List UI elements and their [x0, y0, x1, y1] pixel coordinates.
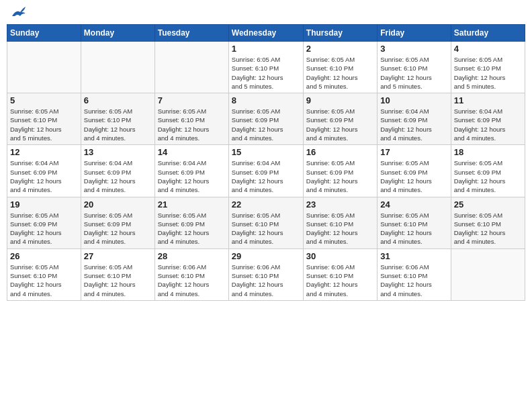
day-number: 18 — [454, 147, 522, 157]
day-info: Sunrise: 6:05 AM Sunset: 6:09 PM Dayligh… — [306, 158, 374, 194]
calendar-header-row: SundayMondayTuesdayWednesdayThursdayFrid… — [7, 25, 525, 42]
day-number: 16 — [306, 147, 374, 157]
calendar-week-row: 19Sunrise: 6:05 AM Sunset: 6:09 PM Dayli… — [7, 197, 525, 248]
day-info: Sunrise: 6:05 AM Sunset: 6:10 PM Dayligh… — [232, 211, 300, 246]
calendar-cell: 18Sunrise: 6:05 AM Sunset: 6:09 PM Dayli… — [451, 145, 525, 197]
day-info: Sunrise: 6:05 AM Sunset: 6:10 PM Dayligh… — [84, 263, 152, 298]
day-info: Sunrise: 6:05 AM Sunset: 6:09 PM Dayligh… — [158, 211, 226, 246]
calendar-cell: 1Sunrise: 6:05 AM Sunset: 6:10 PM Daylig… — [228, 42, 303, 93]
day-info: Sunrise: 6:05 AM Sunset: 6:10 PM Dayligh… — [306, 55, 374, 91]
calendar-cell: 4Sunrise: 6:05 AM Sunset: 6:10 PM Daylig… — [451, 42, 525, 93]
calendar-cell: 21Sunrise: 6:05 AM Sunset: 6:09 PM Dayli… — [154, 197, 228, 248]
day-number: 3 — [380, 44, 447, 54]
day-info: Sunrise: 6:05 AM Sunset: 6:10 PM Dayligh… — [454, 211, 522, 246]
calendar-cell: 5Sunrise: 6:05 AM Sunset: 6:10 PM Daylig… — [7, 93, 81, 145]
day-info: Sunrise: 6:04 AM Sunset: 6:09 PM Dayligh… — [84, 158, 152, 194]
calendar-cell — [7, 42, 81, 93]
day-number: 19 — [10, 199, 78, 210]
day-info: Sunrise: 6:05 AM Sunset: 6:09 PM Dayligh… — [10, 211, 78, 246]
day-info: Sunrise: 6:04 AM Sunset: 6:09 PM Dayligh… — [158, 158, 226, 194]
calendar-week-row: 26Sunrise: 6:05 AM Sunset: 6:10 PM Dayli… — [7, 248, 525, 300]
calendar-cell: 11Sunrise: 6:04 AM Sunset: 6:09 PM Dayli… — [451, 93, 525, 145]
day-number: 24 — [380, 199, 447, 210]
calendar-cell: 28Sunrise: 6:06 AM Sunset: 6:10 PM Dayli… — [154, 248, 228, 300]
day-number: 15 — [232, 147, 300, 157]
calendar-week-row: 1Sunrise: 6:05 AM Sunset: 6:10 PM Daylig… — [7, 42, 525, 93]
day-info: Sunrise: 6:05 AM Sunset: 6:09 PM Dayligh… — [306, 107, 374, 142]
calendar-cell: 15Sunrise: 6:04 AM Sunset: 6:09 PM Dayli… — [228, 145, 303, 197]
calendar-week-row: 5Sunrise: 6:05 AM Sunset: 6:10 PM Daylig… — [7, 93, 525, 145]
calendar-table: SundayMondayTuesdayWednesdayThursdayFrid… — [7, 24, 525, 301]
day-number: 25 — [454, 199, 522, 210]
calendar-cell: 8Sunrise: 6:05 AM Sunset: 6:09 PM Daylig… — [228, 93, 303, 145]
calendar-cell: 13Sunrise: 6:04 AM Sunset: 6:09 PM Dayli… — [81, 145, 154, 197]
day-number: 9 — [306, 95, 374, 105]
day-info: Sunrise: 6:05 AM Sunset: 6:10 PM Dayligh… — [10, 107, 78, 142]
day-info: Sunrise: 6:05 AM Sunset: 6:10 PM Dayligh… — [232, 55, 300, 91]
calendar-cell: 25Sunrise: 6:05 AM Sunset: 6:10 PM Dayli… — [451, 197, 525, 248]
day-number: 12 — [10, 147, 78, 157]
calendar-cell — [154, 42, 228, 93]
weekday-header: Tuesday — [154, 25, 228, 42]
day-info: Sunrise: 6:05 AM Sunset: 6:10 PM Dayligh… — [380, 211, 447, 246]
day-number: 7 — [158, 95, 226, 105]
calendar-cell: 27Sunrise: 6:05 AM Sunset: 6:10 PM Dayli… — [81, 248, 154, 300]
day-number: 4 — [454, 44, 522, 54]
logo — [9, 7, 26, 19]
weekday-header: Friday — [378, 25, 451, 42]
day-info: Sunrise: 6:05 AM Sunset: 6:10 PM Dayligh… — [306, 211, 374, 246]
day-number: 31 — [380, 251, 447, 261]
day-number: 5 — [10, 95, 78, 105]
calendar-cell: 29Sunrise: 6:06 AM Sunset: 6:10 PM Dayli… — [228, 248, 303, 300]
day-number: 13 — [84, 147, 152, 157]
day-number: 28 — [158, 251, 226, 261]
day-info: Sunrise: 6:06 AM Sunset: 6:10 PM Dayligh… — [380, 263, 447, 298]
calendar-cell — [81, 42, 154, 93]
page-header — [7, 7, 525, 19]
day-info: Sunrise: 6:05 AM Sunset: 6:10 PM Dayligh… — [454, 55, 522, 91]
day-number: 29 — [232, 251, 300, 261]
calendar-cell — [451, 248, 525, 300]
day-info: Sunrise: 6:04 AM Sunset: 6:09 PM Dayligh… — [380, 107, 447, 142]
calendar-cell: 30Sunrise: 6:06 AM Sunset: 6:10 PM Dayli… — [303, 248, 377, 300]
day-number: 17 — [380, 147, 447, 157]
calendar-week-row: 12Sunrise: 6:04 AM Sunset: 6:09 PM Dayli… — [7, 145, 525, 197]
day-info: Sunrise: 6:05 AM Sunset: 6:10 PM Dayligh… — [10, 263, 78, 298]
day-info: Sunrise: 6:05 AM Sunset: 6:10 PM Dayligh… — [158, 107, 226, 142]
calendar-cell: 16Sunrise: 6:05 AM Sunset: 6:09 PM Dayli… — [303, 145, 377, 197]
calendar-cell: 19Sunrise: 6:05 AM Sunset: 6:09 PM Dayli… — [7, 197, 81, 248]
day-number: 14 — [158, 147, 226, 157]
day-number: 6 — [84, 95, 152, 105]
calendar-cell: 14Sunrise: 6:04 AM Sunset: 6:09 PM Dayli… — [154, 145, 228, 197]
day-info: Sunrise: 6:05 AM Sunset: 6:09 PM Dayligh… — [454, 158, 522, 194]
calendar-cell: 22Sunrise: 6:05 AM Sunset: 6:10 PM Dayli… — [228, 197, 303, 248]
day-number: 26 — [10, 251, 78, 261]
day-info: Sunrise: 6:05 AM Sunset: 6:09 PM Dayligh… — [380, 158, 447, 194]
day-number: 10 — [380, 95, 447, 105]
calendar-cell: 10Sunrise: 6:04 AM Sunset: 6:09 PM Dayli… — [378, 93, 451, 145]
calendar-cell: 6Sunrise: 6:05 AM Sunset: 6:10 PM Daylig… — [81, 93, 154, 145]
day-number: 8 — [232, 95, 300, 105]
weekday-header: Sunday — [7, 25, 81, 42]
day-number: 21 — [158, 199, 226, 210]
day-info: Sunrise: 6:05 AM Sunset: 6:09 PM Dayligh… — [232, 107, 300, 142]
day-number: 11 — [454, 95, 522, 105]
calendar-cell: 3Sunrise: 6:05 AM Sunset: 6:10 PM Daylig… — [378, 42, 451, 93]
calendar-cell: 31Sunrise: 6:06 AM Sunset: 6:10 PM Dayli… — [378, 248, 451, 300]
day-info: Sunrise: 6:04 AM Sunset: 6:09 PM Dayligh… — [454, 107, 522, 142]
day-info: Sunrise: 6:05 AM Sunset: 6:10 PM Dayligh… — [380, 55, 447, 91]
day-info: Sunrise: 6:04 AM Sunset: 6:09 PM Dayligh… — [232, 158, 300, 194]
day-info: Sunrise: 6:05 AM Sunset: 6:10 PM Dayligh… — [84, 107, 152, 142]
logo-bird-icon — [11, 7, 26, 19]
day-number: 30 — [306, 251, 374, 261]
calendar-cell: 7Sunrise: 6:05 AM Sunset: 6:10 PM Daylig… — [154, 93, 228, 145]
weekday-header: Saturday — [451, 25, 525, 42]
calendar-cell: 23Sunrise: 6:05 AM Sunset: 6:10 PM Dayli… — [303, 197, 377, 248]
day-info: Sunrise: 6:05 AM Sunset: 6:09 PM Dayligh… — [84, 211, 152, 246]
weekday-header: Wednesday — [228, 25, 303, 42]
day-number: 1 — [232, 44, 300, 54]
calendar-cell: 26Sunrise: 6:05 AM Sunset: 6:10 PM Dayli… — [7, 248, 81, 300]
calendar-cell: 2Sunrise: 6:05 AM Sunset: 6:10 PM Daylig… — [303, 42, 377, 93]
weekday-header: Thursday — [303, 25, 377, 42]
day-number: 20 — [84, 199, 152, 210]
